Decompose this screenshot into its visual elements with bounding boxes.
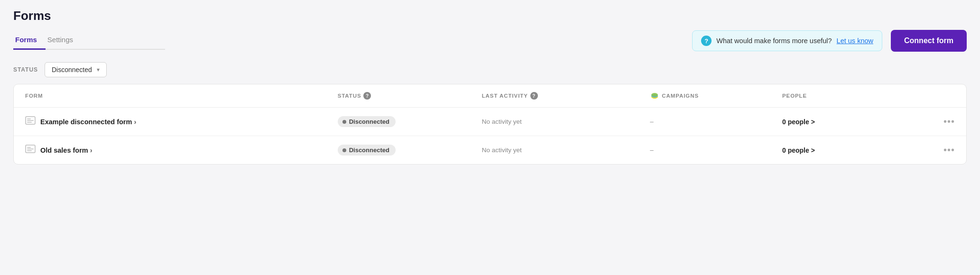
form-icon — [25, 145, 36, 156]
svg-rect-7 — [27, 122, 32, 123]
chevron-down-icon: ▾ — [97, 66, 100, 73]
top-bar: Forms Settings ? What would make forms m… — [13, 30, 967, 52]
activity-help-icon[interactable]: ? — [530, 92, 538, 100]
table-header: FORM STATUS ? LAST ACTIVITY ? CAMPAIGNS — [14, 84, 966, 108]
connect-form-button[interactable]: Connect form — [891, 30, 967, 52]
last-activity-cell: No activity yet — [482, 118, 650, 125]
more-options-button[interactable]: ••• — [926, 116, 955, 127]
svg-rect-6 — [27, 120, 34, 121]
page-title: Forms — [13, 9, 967, 23]
status-dot-icon — [342, 148, 346, 152]
svg-rect-9 — [27, 147, 31, 148]
table-row: Example disconnected form Disconnected N… — [14, 108, 966, 136]
status-help-icon[interactable]: ? — [363, 92, 371, 100]
status-cell: Disconnected — [338, 145, 482, 156]
svg-rect-5 — [27, 119, 31, 119]
svg-rect-10 — [27, 149, 34, 150]
form-icon — [25, 116, 36, 127]
status-cell: Disconnected — [338, 116, 482, 127]
filter-value: Disconnected — [52, 66, 92, 73]
status-badge: Disconnected — [338, 116, 396, 127]
last-activity-cell: No activity yet — [482, 147, 650, 154]
people-cell[interactable]: 0 people > — [782, 147, 926, 154]
top-right-area: ? What would make forms more useful? Let… — [165, 30, 967, 52]
status-dot-icon — [342, 120, 346, 124]
page-wrapper: Forms Forms Settings ? What would make f… — [0, 0, 980, 275]
more-options-button[interactable]: ••• — [926, 145, 955, 156]
status-filter-dropdown[interactable]: Disconnected ▾ — [45, 62, 107, 77]
campaigns-cell: – — [650, 118, 782, 125]
table-row: Old sales form Disconnected No activity … — [14, 136, 966, 164]
col-campaigns: CAMPAIGNS — [650, 91, 782, 101]
form-name-cell: Example disconnected form — [25, 116, 338, 127]
tab-forms[interactable]: Forms — [13, 32, 46, 50]
filter-row: STATUS Disconnected ▾ — [13, 62, 967, 77]
tab-settings[interactable]: Settings — [46, 32, 82, 50]
form-name-link[interactable]: Old sales form — [40, 147, 92, 154]
tabs-nav: Forms Settings — [13, 32, 165, 50]
filter-label: STATUS — [13, 66, 38, 73]
form-name-link[interactable]: Example disconnected form — [40, 118, 136, 126]
feedback-link[interactable]: Let us know — [837, 37, 873, 45]
feedback-text: What would make forms more useful? — [716, 37, 832, 45]
svg-point-3 — [651, 93, 658, 97]
form-name-cell: Old sales form — [25, 145, 338, 156]
feedback-banner: ? What would make forms more useful? Let… — [692, 30, 882, 51]
col-last-activity: LAST ACTIVITY ? — [482, 92, 650, 100]
campaigns-cell: – — [650, 147, 782, 154]
svg-rect-11 — [27, 150, 32, 151]
campaigns-logo-icon — [650, 91, 659, 101]
col-status: STATUS ? — [338, 92, 482, 100]
people-cell[interactable]: 0 people > — [782, 118, 926, 126]
status-badge: Disconnected — [338, 145, 396, 156]
question-icon: ? — [701, 36, 712, 46]
forms-table: FORM STATUS ? LAST ACTIVITY ? CAMPAIGNS — [13, 84, 967, 165]
col-people: PEOPLE — [782, 93, 926, 99]
col-form: FORM — [25, 93, 338, 99]
